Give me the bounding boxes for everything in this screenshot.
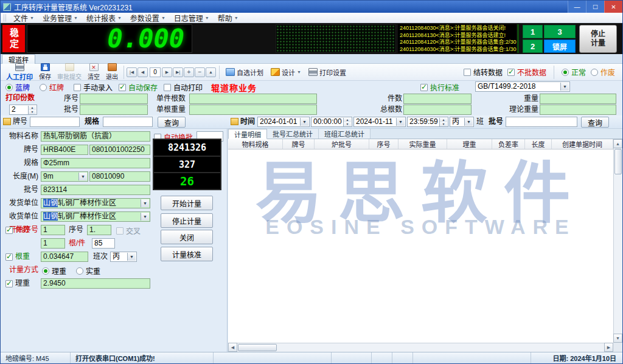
- record-delete-button[interactable]: [195, 67, 205, 77]
- menu-logs[interactable]: 日志管理: [170, 13, 214, 22]
- pieces-roots-field[interactable]: [189, 94, 317, 104]
- spec-field[interactable]: Φ25mm: [41, 158, 150, 168]
- exit-button[interactable]: 退出: [103, 64, 121, 80]
- message-scrollbar[interactable]: [517, 24, 519, 53]
- standard-checkbox[interactable]: 执行标准: [420, 82, 459, 92]
- cross-checkbox[interactable]: 交叉: [116, 225, 141, 236]
- sender-dropdown[interactable]: 山钢轧钢厂棒材作业区: [41, 198, 150, 208]
- brand-query-button[interactable]: 查询: [158, 117, 186, 128]
- tab-roller-scale[interactable]: 辊道秤: [2, 54, 35, 64]
- date-to-dropdown[interactable]: 2024-01-11: [353, 117, 406, 127]
- horizontal-scroll-thumb[interactable]: [238, 344, 277, 351]
- roots-per-field[interactable]: 85: [92, 238, 115, 249]
- menu-file[interactable]: 文件: [9, 13, 38, 22]
- record-first-button[interactable]: [127, 67, 137, 77]
- length-dropdown[interactable]: 9m: [41, 171, 88, 182]
- vertical-scrollbar[interactable]: [613, 139, 622, 343]
- chevron-down-icon[interactable]: [560, 83, 569, 91]
- table-body[interactable]: [228, 149, 613, 343]
- table-header-cell[interactable]: 牌号: [283, 139, 315, 149]
- root-weight-checkbox[interactable]: [5, 253, 13, 261]
- pieces-form-field[interactable]: 1: [41, 238, 65, 249]
- pieces-checkbox[interactable]: [5, 227, 13, 234]
- brand-field[interactable]: HRB400E: [41, 145, 88, 155]
- manual-entry-checkbox[interactable]: 手动录入: [74, 82, 113, 92]
- table-header-cell[interactable]: 实际重量: [399, 139, 447, 149]
- status-void-radio[interactable]: 作废: [591, 67, 615, 77]
- print-copies-spinner[interactable]: 2: [9, 105, 37, 115]
- tab-batch-summary[interactable]: 批号汇总统计: [267, 129, 319, 139]
- scroll-left-icon[interactable]: [228, 343, 237, 352]
- maximize-button[interactable]: [586, 1, 604, 13]
- table-header-cell[interactable]: 负差率: [492, 139, 525, 149]
- record-edit-button[interactable]: [206, 67, 216, 77]
- batch-query-input[interactable]: [506, 117, 577, 127]
- carry-data-checkbox[interactable]: 结转数据: [464, 67, 503, 77]
- shift-dropdown[interactable]: 丙: [110, 252, 137, 262]
- vertical-scroll-thumb[interactable]: [614, 149, 622, 174]
- status-normal-radio[interactable]: 正常: [562, 67, 586, 77]
- spin-down-icon[interactable]: [28, 110, 36, 114]
- record-last-button[interactable]: [173, 67, 183, 77]
- spin-up-icon[interactable]: [343, 118, 351, 122]
- record-prev-button[interactable]: [137, 67, 148, 77]
- spinner-arrows[interactable]: [28, 106, 36, 114]
- spec-query-input[interactable]: [103, 117, 153, 127]
- material-field[interactable]: 热轧带肋钢筋（抗震）: [41, 131, 150, 142]
- mode-theory-radio[interactable]: 理重: [42, 266, 66, 276]
- chevron-down-icon[interactable]: [396, 118, 405, 126]
- chevron-down-icon[interactable]: [141, 199, 149, 207]
- seq-field[interactable]: [80, 94, 148, 104]
- save-button[interactable]: 保存: [36, 64, 54, 80]
- verify-weighing-button[interactable]: 计量核准: [161, 247, 213, 261]
- close-button[interactable]: [604, 1, 622, 13]
- batch-field[interactable]: [80, 105, 148, 115]
- start-seq-field[interactable]: 1: [41, 225, 65, 235]
- manual-print-button[interactable]: 人工打印: [3, 64, 36, 80]
- single-weight-field[interactable]: [189, 105, 317, 115]
- chevron-down-icon[interactable]: [464, 118, 473, 126]
- horizontal-scrollbar[interactable]: [228, 343, 613, 352]
- auto-print-checkbox[interactable]: 自动打印: [164, 82, 203, 92]
- scroll-up-icon[interactable]: [613, 139, 622, 148]
- theory-weight-field[interactable]: [540, 105, 616, 115]
- spin-up-icon[interactable]: [28, 106, 36, 110]
- table-header-cell[interactable]: 理重: [447, 139, 492, 149]
- start-weighing-button[interactable]: 开始计量: [161, 196, 213, 210]
- spin-down-icon[interactable]: [343, 122, 351, 126]
- brand-query-input[interactable]: [30, 117, 80, 127]
- table-header-cell[interactable]: 长度: [525, 139, 552, 149]
- chevron-down-icon[interactable]: [141, 213, 149, 221]
- spinner-arrows[interactable]: [343, 118, 351, 126]
- record-add-button[interactable]: [184, 67, 194, 77]
- theory-checkbox[interactable]: [5, 280, 13, 287]
- brand-code-field[interactable]: 0801001002250: [89, 145, 150, 155]
- length-code-field[interactable]: 08010090: [89, 171, 150, 182]
- menu-settings[interactable]: 参数设置: [126, 13, 170, 22]
- time-to-spinner[interactable]: 23:59:59: [407, 117, 448, 127]
- weight-field[interactable]: [540, 94, 616, 104]
- tab-shift-summary[interactable]: 班组汇总统计: [319, 129, 371, 139]
- scroll-down-icon[interactable]: [613, 334, 622, 343]
- furnace-batch-field[interactable]: 823114: [41, 185, 150, 195]
- pieces-field[interactable]: [403, 94, 472, 104]
- spin-up-icon[interactable]: [439, 118, 447, 122]
- custom-plan-button[interactable]: 自选计划: [222, 66, 267, 79]
- menu-business[interactable]: 业务管理: [38, 13, 82, 22]
- table-header-cell[interactable]: 物料规格: [228, 139, 283, 149]
- blue-card-radio[interactable]: 蓝牌: [5, 82, 30, 92]
- date-from-dropdown[interactable]: 2024-01-01: [257, 117, 310, 127]
- red-card-radio[interactable]: 红牌: [40, 82, 64, 92]
- menu-help[interactable]: 帮助: [214, 13, 243, 22]
- clear-button[interactable]: 清空: [85, 64, 103, 80]
- scroll-right-icon[interactable]: [604, 343, 613, 352]
- root-weight-field[interactable]: 0.034647: [41, 252, 88, 262]
- table-header-cell[interactable]: 炉批号: [315, 139, 369, 149]
- spinner-arrows[interactable]: [439, 118, 447, 126]
- chevron-down-icon[interactable]: [78, 173, 87, 180]
- no-batch-data-checkbox[interactable]: 不批数据: [507, 67, 546, 77]
- theory-form-field[interactable]: 2.9450: [41, 278, 150, 289]
- time-from-spinner[interactable]: 00:00:00: [311, 117, 352, 127]
- total-roots-field[interactable]: [403, 105, 472, 115]
- receiver-dropdown[interactable]: 山钢轧钢厂棒材作业区: [41, 211, 150, 222]
